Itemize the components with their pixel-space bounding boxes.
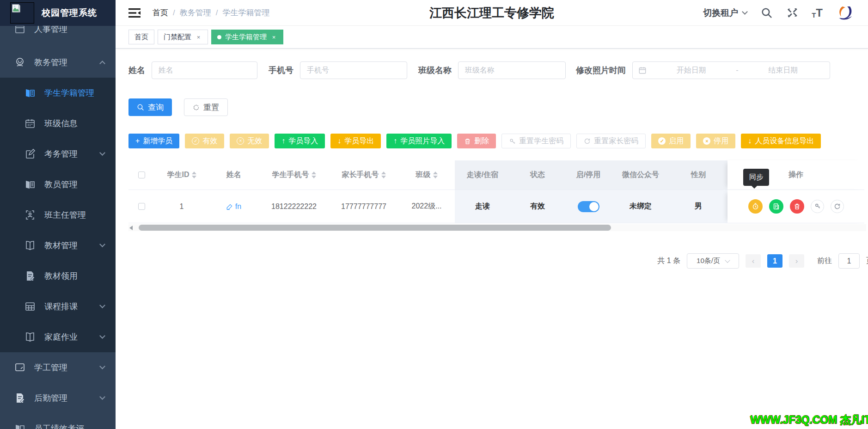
- check-circle-icon: ✓: [192, 137, 199, 145]
- detail-action-button[interactable]: [769, 199, 783, 214]
- breadcrumb-current: 学生学籍管理: [222, 7, 269, 18]
- sort-icon[interactable]: [312, 172, 316, 178]
- name-input[interactable]: [152, 61, 257, 79]
- switch-tenant-dropdown[interactable]: 切换租户: [703, 7, 747, 19]
- cell-gender: 男: [669, 190, 727, 223]
- search-actions: 查询 重置: [128, 98, 868, 116]
- breadcrumb-academic[interactable]: 教务管理: [180, 7, 211, 18]
- page-size-select[interactable]: 10条/页: [687, 253, 739, 269]
- scroll-left-icon[interactable]: [129, 226, 133, 230]
- enable-toggle[interactable]: [578, 201, 599, 212]
- photo-time-label: 修改照片时间: [576, 65, 626, 76]
- book-icon: [24, 87, 36, 99]
- sidebar-menu: 人事管理 教务管理 学生学籍管理 班级信息 考务管理 教员管理 班主任: [0, 26, 116, 429]
- cell-student-id: 1: [154, 190, 209, 223]
- refresh-icon: [584, 138, 591, 145]
- chevron-down-icon: [99, 333, 105, 339]
- tab-home[interactable]: 首页: [128, 30, 154, 44]
- search-icon[interactable]: [760, 6, 773, 19]
- close-icon[interactable]: ×: [195, 34, 202, 41]
- topbar: 首页 / 教务管理 / 学生学籍管理 江西长江理工专修学院 切换租户 TT: [116, 0, 868, 26]
- sidebar-item-teacher-management[interactable]: 教员管理: [0, 169, 116, 200]
- chevron-down-icon: [99, 363, 105, 369]
- sidebar-item-student-work[interactable]: 学工管理: [0, 352, 116, 383]
- edit-name-link[interactable]: fn: [226, 202, 241, 211]
- delete-button[interactable]: 删除: [457, 134, 496, 148]
- scrollbar-thumb[interactable]: [139, 225, 611, 231]
- enable-button[interactable]: ✓ 启用: [651, 134, 691, 148]
- sidebar-item-student-roll[interactable]: 学生学籍管理: [0, 78, 116, 108]
- key-icon: [509, 138, 516, 145]
- sidebar-item-staff-performance[interactable]: 员工绩效考评: [0, 413, 116, 429]
- app-logo: 校园管理系统: [0, 0, 116, 26]
- chevron-down-icon: [725, 257, 730, 263]
- calendar-icon: [638, 66, 647, 74]
- sidebar-item-textbook-management[interactable]: 教材管理: [0, 230, 116, 261]
- reset-password-action-button[interactable]: [811, 200, 824, 213]
- student-export-button[interactable]: ↓ 学员导出: [330, 134, 381, 148]
- sidebar-item-homework[interactable]: 家庭作业: [0, 322, 116, 352]
- refresh-action-button[interactable]: [831, 200, 844, 213]
- sidebar: 校园管理系统 人事管理 教务管理 学生学籍管理 班级信息 考务管理: [0, 0, 116, 429]
- reset-parent-password-button[interactable]: 重置家长密码: [576, 134, 646, 148]
- page-1-button[interactable]: 1: [767, 254, 782, 268]
- sidebar-item-head-teacher[interactable]: 班主任管理: [0, 200, 116, 230]
- school-title: 江西长江理工专修学院: [429, 5, 554, 21]
- disable-button[interactable]: × 停用: [696, 134, 735, 148]
- device-info-export-button[interactable]: ↓ 人员设备信息导出: [741, 134, 821, 148]
- sort-icon[interactable]: [381, 172, 386, 178]
- id-card-icon: [24, 209, 36, 221]
- class-name-input[interactable]: [458, 61, 566, 79]
- table-row: 1 fn 18122222222 17777777777 2022级... 走读…: [128, 190, 866, 223]
- sidebar-item-textbook-claim[interactable]: 教材领用: [0, 261, 116, 291]
- set-invalid-button[interactable]: × 无效: [230, 134, 269, 148]
- book-icon: [24, 178, 36, 190]
- name-label: 姓名: [128, 65, 145, 76]
- class-name-label: 班级名称: [418, 65, 452, 76]
- student-import-button[interactable]: ↑ 学员导入: [275, 134, 325, 148]
- student-table: 学生ID 姓名 学生手机号 家长手机号 班级 走读/住宿 状态 启/停用 微信公…: [128, 160, 866, 231]
- photo-time-range-picker[interactable]: 开始日期 - 结束日期: [632, 61, 830, 79]
- cell-status: 有效: [510, 190, 565, 223]
- sync-action-button[interactable]: [748, 199, 763, 214]
- cell-wechat: 未绑定: [612, 190, 669, 223]
- sidebar-item-exam-management[interactable]: 考务管理: [0, 139, 116, 169]
- sidebar-item-hr-management[interactable]: 人事管理: [0, 26, 116, 47]
- next-page-button[interactable]: ›: [789, 254, 804, 268]
- collapse-sidebar-icon[interactable]: [128, 8, 141, 18]
- breadcrumb-home[interactable]: 首页: [153, 7, 168, 18]
- tab-student-roll[interactable]: 学生学籍管理 ×: [211, 30, 283, 44]
- sidebar-item-academic-affairs[interactable]: 教务管理: [0, 47, 116, 78]
- sidebar-item-logistics[interactable]: 后勤管理: [0, 383, 116, 413]
- sidebar-item-class-info[interactable]: 班级信息: [0, 108, 116, 139]
- select-all-checkbox[interactable]: [138, 172, 145, 178]
- chevron-up-icon: [99, 61, 105, 67]
- row-checkbox[interactable]: [138, 203, 145, 210]
- tab-access-config[interactable]: 门禁配置 ×: [158, 30, 208, 44]
- phone-input[interactable]: [300, 61, 407, 79]
- book-icon: [14, 423, 26, 429]
- chevron-down-icon: [99, 302, 105, 308]
- watermark: WWW.JF3Q.COM 杰凡IT: [750, 413, 868, 427]
- query-button[interactable]: 查询: [128, 98, 172, 116]
- sidebar-item-course-schedule[interactable]: 课程排课: [0, 291, 116, 322]
- add-student-button[interactable]: + 新增学员: [128, 134, 179, 148]
- check-circle-icon: ✓: [658, 137, 666, 145]
- pagination: 共 1 条 10条/页 ‹ 1 › 前往 页: [128, 253, 868, 269]
- reset-student-password-button[interactable]: 重置学生密码: [501, 134, 571, 148]
- goto-page-input[interactable]: [838, 253, 860, 269]
- delete-action-button[interactable]: [790, 199, 804, 214]
- sort-icon[interactable]: [192, 172, 196, 178]
- set-valid-button[interactable]: ✓ 有效: [185, 134, 224, 148]
- document-edit-icon: [14, 392, 26, 404]
- close-icon[interactable]: ×: [270, 34, 277, 41]
- fullscreen-icon[interactable]: [786, 6, 799, 19]
- photo-import-button[interactable]: ↑ 学员照片导入: [386, 134, 452, 148]
- sort-icon[interactable]: [433, 172, 438, 178]
- plus-icon: +: [135, 137, 140, 145]
- horizontal-scrollbar[interactable]: [128, 224, 866, 231]
- reset-button[interactable]: 重置: [184, 98, 228, 116]
- font-size-icon[interactable]: TT: [812, 7, 823, 18]
- user-avatar[interactable]: [836, 3, 855, 23]
- prev-page-button[interactable]: ‹: [746, 254, 761, 268]
